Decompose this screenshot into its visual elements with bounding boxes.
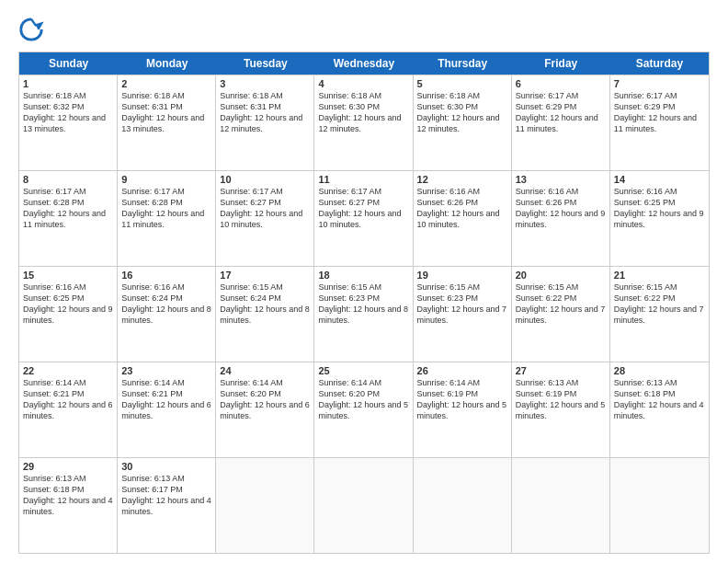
- day-cell-3: 3Sunrise: 6:18 AMSunset: 6:31 PMDaylight…: [216, 75, 314, 170]
- day-cell-9: 9Sunrise: 6:17 AMSunset: 6:28 PMDaylight…: [118, 171, 216, 266]
- day-number: 17: [220, 270, 310, 281]
- day-info: Sunrise: 6:15 AMSunset: 6:22 PMDaylight:…: [614, 282, 705, 327]
- header-day-sunday: Sunday: [19, 52, 118, 75]
- day-info: Sunrise: 6:14 AMSunset: 6:19 PMDaylight:…: [417, 377, 507, 422]
- empty-cell: [512, 458, 610, 553]
- day-info: Sunrise: 6:13 AMSunset: 6:18 PMDaylight:…: [23, 473, 113, 518]
- day-info: Sunrise: 6:17 AMSunset: 6:27 PMDaylight:…: [220, 186, 310, 231]
- day-number: 23: [121, 365, 211, 376]
- day-cell-14: 14Sunrise: 6:16 AMSunset: 6:25 PMDayligh…: [610, 171, 709, 266]
- day-number: 3: [220, 78, 310, 89]
- day-cell-30: 30Sunrise: 6:13 AMSunset: 6:17 PMDayligh…: [118, 458, 216, 553]
- day-number: 7: [614, 78, 705, 89]
- day-info: Sunrise: 6:16 AMSunset: 6:25 PMDaylight:…: [614, 186, 705, 231]
- day-info: Sunrise: 6:14 AMSunset: 6:20 PMDaylight:…: [318, 377, 408, 422]
- day-number: 2: [121, 78, 211, 89]
- day-cell-25: 25Sunrise: 6:14 AMSunset: 6:20 PMDayligh…: [314, 362, 413, 457]
- day-cell-23: 23Sunrise: 6:14 AMSunset: 6:21 PMDayligh…: [118, 362, 216, 457]
- header-day-tuesday: Tuesday: [216, 52, 314, 75]
- day-info: Sunrise: 6:14 AMSunset: 6:21 PMDaylight:…: [23, 377, 113, 422]
- header-day-friday: Friday: [512, 52, 610, 75]
- day-number: 11: [318, 174, 408, 185]
- day-info: Sunrise: 6:18 AMSunset: 6:30 PMDaylight:…: [417, 90, 507, 135]
- day-number: 14: [614, 174, 705, 185]
- day-info: Sunrise: 6:15 AMSunset: 6:24 PMDaylight:…: [220, 282, 310, 327]
- day-info: Sunrise: 6:18 AMSunset: 6:30 PMDaylight:…: [318, 90, 408, 135]
- day-number: 22: [23, 365, 113, 376]
- day-cell-22: 22Sunrise: 6:14 AMSunset: 6:21 PMDayligh…: [19, 362, 118, 457]
- day-number: 24: [220, 365, 310, 376]
- day-cell-15: 15Sunrise: 6:16 AMSunset: 6:25 PMDayligh…: [19, 267, 118, 362]
- day-cell-17: 17Sunrise: 6:15 AMSunset: 6:24 PMDayligh…: [216, 267, 314, 362]
- day-cell-18: 18Sunrise: 6:15 AMSunset: 6:23 PMDayligh…: [314, 267, 413, 362]
- day-info: Sunrise: 6:17 AMSunset: 6:28 PMDaylight:…: [23, 186, 113, 231]
- day-number: 19: [417, 270, 507, 281]
- week-row-2: 8Sunrise: 6:17 AMSunset: 6:28 PMDaylight…: [19, 170, 709, 266]
- calendar-header: SundayMondayTuesdayWednesdayThursdayFrid…: [19, 52, 709, 75]
- header: [18, 17, 710, 42]
- header-day-monday: Monday: [118, 52, 216, 75]
- day-number: 21: [614, 270, 705, 281]
- day-cell-19: 19Sunrise: 6:15 AMSunset: 6:23 PMDayligh…: [414, 267, 512, 362]
- day-number: 28: [614, 365, 705, 376]
- day-cell-6: 6Sunrise: 6:17 AMSunset: 6:29 PMDaylight…: [512, 75, 610, 170]
- header-day-saturday: Saturday: [610, 52, 709, 75]
- logo-icon: [18, 17, 44, 42]
- day-number: 6: [516, 78, 606, 89]
- day-cell-11: 11Sunrise: 6:17 AMSunset: 6:27 PMDayligh…: [314, 171, 413, 266]
- day-info: Sunrise: 6:13 AMSunset: 6:17 PMDaylight:…: [121, 473, 211, 518]
- day-number: 16: [121, 270, 211, 281]
- day-cell-28: 28Sunrise: 6:13 AMSunset: 6:18 PMDayligh…: [610, 362, 709, 457]
- calendar: SundayMondayTuesdayWednesdayThursdayFrid…: [18, 52, 710, 554]
- day-number: 1: [23, 78, 113, 89]
- day-info: Sunrise: 6:15 AMSunset: 6:23 PMDaylight:…: [318, 282, 408, 327]
- day-info: Sunrise: 6:18 AMSunset: 6:31 PMDaylight:…: [121, 90, 211, 135]
- day-number: 20: [516, 270, 606, 281]
- day-number: 4: [318, 78, 408, 89]
- day-cell-1: 1Sunrise: 6:18 AMSunset: 6:32 PMDaylight…: [19, 75, 118, 170]
- day-info: Sunrise: 6:18 AMSunset: 6:31 PMDaylight:…: [220, 90, 310, 135]
- day-info: Sunrise: 6:16 AMSunset: 6:25 PMDaylight:…: [23, 282, 113, 327]
- logo: [18, 17, 48, 42]
- day-number: 8: [23, 174, 113, 185]
- day-info: Sunrise: 6:13 AMSunset: 6:19 PMDaylight:…: [516, 377, 606, 422]
- day-number: 13: [516, 174, 606, 185]
- day-cell-8: 8Sunrise: 6:17 AMSunset: 6:28 PMDaylight…: [19, 171, 118, 266]
- calendar-body: 1Sunrise: 6:18 AMSunset: 6:32 PMDaylight…: [19, 75, 709, 553]
- day-cell-12: 12Sunrise: 6:16 AMSunset: 6:26 PMDayligh…: [414, 171, 512, 266]
- day-number: 27: [516, 365, 606, 376]
- day-cell-26: 26Sunrise: 6:14 AMSunset: 6:19 PMDayligh…: [414, 362, 512, 457]
- day-cell-24: 24Sunrise: 6:14 AMSunset: 6:20 PMDayligh…: [216, 362, 314, 457]
- week-row-4: 22Sunrise: 6:14 AMSunset: 6:21 PMDayligh…: [19, 362, 709, 457]
- day-info: Sunrise: 6:16 AMSunset: 6:24 PMDaylight:…: [121, 282, 211, 327]
- day-info: Sunrise: 6:17 AMSunset: 6:28 PMDaylight:…: [121, 186, 211, 231]
- week-row-1: 1Sunrise: 6:18 AMSunset: 6:32 PMDaylight…: [19, 75, 709, 170]
- day-info: Sunrise: 6:17 AMSunset: 6:27 PMDaylight:…: [318, 186, 408, 231]
- day-info: Sunrise: 6:14 AMSunset: 6:21 PMDaylight:…: [121, 377, 211, 422]
- day-cell-21: 21Sunrise: 6:15 AMSunset: 6:22 PMDayligh…: [610, 267, 709, 362]
- day-cell-2: 2Sunrise: 6:18 AMSunset: 6:31 PMDaylight…: [118, 75, 216, 170]
- day-cell-5: 5Sunrise: 6:18 AMSunset: 6:30 PMDaylight…: [414, 75, 512, 170]
- empty-cell: [216, 458, 314, 553]
- day-info: Sunrise: 6:16 AMSunset: 6:26 PMDaylight:…: [417, 186, 507, 231]
- day-cell-4: 4Sunrise: 6:18 AMSunset: 6:30 PMDaylight…: [314, 75, 413, 170]
- day-info: Sunrise: 6:16 AMSunset: 6:26 PMDaylight:…: [516, 186, 606, 231]
- day-cell-29: 29Sunrise: 6:13 AMSunset: 6:18 PMDayligh…: [19, 458, 118, 553]
- calendar-page: SundayMondayTuesdayWednesdayThursdayFrid…: [0, 0, 728, 563]
- day-number: 18: [318, 270, 408, 281]
- empty-cell: [414, 458, 512, 553]
- day-info: Sunrise: 6:13 AMSunset: 6:18 PMDaylight:…: [614, 377, 705, 422]
- day-number: 25: [318, 365, 408, 376]
- day-number: 30: [121, 461, 211, 472]
- day-number: 12: [417, 174, 507, 185]
- header-day-thursday: Thursday: [414, 52, 512, 75]
- day-number: 15: [23, 270, 113, 281]
- day-info: Sunrise: 6:15 AMSunset: 6:23 PMDaylight:…: [417, 282, 507, 327]
- day-info: Sunrise: 6:18 AMSunset: 6:32 PMDaylight:…: [23, 90, 113, 135]
- week-row-5: 29Sunrise: 6:13 AMSunset: 6:18 PMDayligh…: [19, 457, 709, 553]
- day-cell-16: 16Sunrise: 6:16 AMSunset: 6:24 PMDayligh…: [118, 267, 216, 362]
- header-day-wednesday: Wednesday: [314, 52, 413, 75]
- day-info: Sunrise: 6:17 AMSunset: 6:29 PMDaylight:…: [614, 90, 705, 135]
- day-info: Sunrise: 6:17 AMSunset: 6:29 PMDaylight:…: [516, 90, 606, 135]
- day-info: Sunrise: 6:14 AMSunset: 6:20 PMDaylight:…: [220, 377, 310, 422]
